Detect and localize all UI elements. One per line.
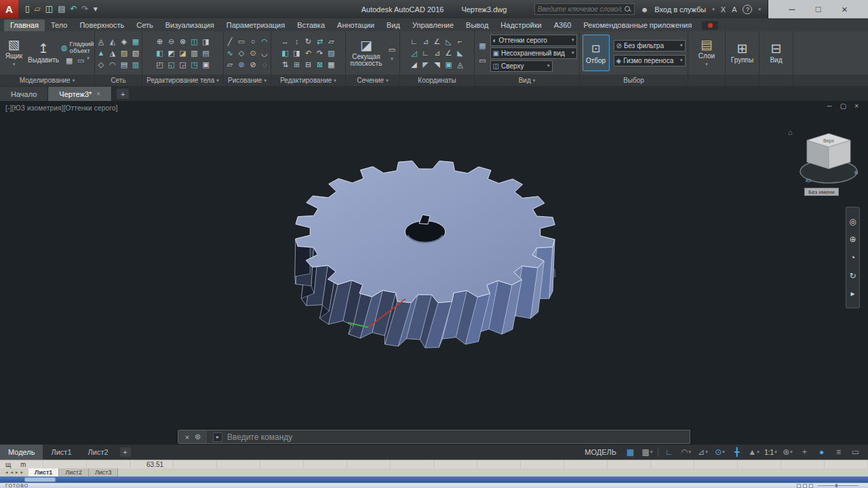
tool-icon[interactable]: ▥ xyxy=(189,48,200,58)
tool-icon[interactable]: ◢ xyxy=(409,60,420,70)
zoom-slider[interactable] xyxy=(818,485,859,486)
tool-icon[interactable]: ◬ xyxy=(96,37,106,47)
tool-icon[interactable]: ⌐ xyxy=(455,37,466,47)
panel-label-coordinates[interactable]: Координаты xyxy=(400,75,474,86)
tool-icon[interactable]: ⊞ xyxy=(292,60,302,70)
tool-icon[interactable]: ∠ xyxy=(432,37,443,47)
close-tab-icon[interactable]: × xyxy=(96,90,100,98)
tool-icon[interactable]: ◌ xyxy=(259,60,270,70)
tool-icon[interactable]: ▣ xyxy=(201,60,212,70)
viewport-close-icon[interactable]: × xyxy=(854,102,859,110)
a360-icon[interactable]: A xyxy=(732,5,736,14)
scrollbar-thumb[interactable] xyxy=(24,477,56,482)
ribbon-tab[interactable]: Управление xyxy=(406,20,460,31)
ribbon-tab[interactable]: A360 xyxy=(548,20,578,31)
plan-view-dropdown[interactable]: ◫ Сверху ▾ xyxy=(490,60,553,72)
tool-icon[interactable]: ◩ xyxy=(166,48,177,58)
help-icon[interactable]: ? xyxy=(743,5,752,14)
ribbon-tab[interactable]: Аннотации xyxy=(331,20,380,31)
signin-caret-icon[interactable]: ▾ xyxy=(712,7,715,12)
tool-icon[interactable]: ∠ xyxy=(443,48,454,58)
pan-icon[interactable]: ⊕ xyxy=(849,235,856,243)
tool-icon[interactable]: ⊖ xyxy=(166,37,177,47)
plot-icon[interactable]: ▤ xyxy=(58,0,65,18)
tool-icon[interactable]: ⊗ xyxy=(178,37,189,47)
ribbon-tab[interactable]: Сеть xyxy=(130,20,159,31)
model-space-toggle[interactable]: МОДЕЛЬ xyxy=(585,448,616,456)
ribbon-tab[interactable]: Тело xyxy=(45,20,74,31)
tool-icon[interactable]: ◮ xyxy=(107,48,118,58)
tool-icon[interactable]: ◲ xyxy=(178,60,189,70)
tool-icon[interactable]: ◧ xyxy=(155,48,165,58)
section-tool-icon[interactable]: ▭ xyxy=(387,45,397,55)
tool-icon[interactable]: ◿ xyxy=(409,48,420,58)
tool-icon[interactable]: ▣ xyxy=(443,60,454,70)
tool-icon[interactable]: ↶ xyxy=(303,48,314,58)
selection-cycling-button[interactable]: ⊡ Отбор xyxy=(583,35,610,71)
object-snap-icon[interactable]: ⊙▾ xyxy=(712,446,728,458)
groups-button[interactable]: ⊞ Группы xyxy=(731,42,753,64)
ribbon-tab[interactable]: Вид xyxy=(380,20,406,31)
isodraft-icon[interactable]: ⊿▾ xyxy=(695,446,711,458)
tool-icon[interactable]: ◱ xyxy=(166,60,177,70)
tool-icon[interactable]: ▤ xyxy=(119,60,130,70)
tool-icon[interactable]: ▲ xyxy=(96,48,106,58)
command-input[interactable] xyxy=(227,432,685,442)
annotation-scale-control[interactable]: 1:1▾ xyxy=(763,446,778,458)
view-button[interactable] xyxy=(809,484,813,488)
sheet-nav-icon[interactable]: ◂ xyxy=(5,470,8,475)
workspace-icon[interactable]: ⊛▾ xyxy=(780,446,795,458)
tool-icon[interactable]: ⊟ xyxy=(303,60,314,70)
viewport-minimize-icon[interactable]: ─ xyxy=(827,102,832,110)
named-view-dropdown[interactable]: ▣ Несохраненный вид ▾ xyxy=(490,47,577,59)
tool-icon[interactable]: ⇅ xyxy=(280,60,291,70)
polar-tracking-icon[interactable]: ◠▾ xyxy=(678,446,694,458)
viewport-tool-icon[interactable]: ▦ xyxy=(477,41,488,51)
smooth-object-button[interactable]: ◍ Гладкий объект xyxy=(61,41,92,54)
tool-icon[interactable]: ▭ xyxy=(236,37,247,47)
sheet-nav-icon[interactable]: ▸ xyxy=(16,470,18,475)
annotation-visibility-icon[interactable]: ▲▾ xyxy=(746,446,762,458)
undo-icon[interactable]: ↶ xyxy=(71,0,77,18)
tool-caret-icon[interactable]: ▾ xyxy=(87,56,90,66)
tool-icon[interactable]: ▤ xyxy=(201,48,212,58)
ribbon-tab[interactable]: Визуализация xyxy=(159,20,220,31)
tool-icon[interactable]: ◬ xyxy=(455,60,466,70)
ribbon-tab[interactable]: Рекомендованные приложения xyxy=(577,20,698,31)
sheet-tab[interactable]: Лист1 xyxy=(28,468,59,476)
maximize-button[interactable]: □ xyxy=(816,4,821,14)
sheet-tab[interactable]: Лист2 xyxy=(59,468,89,476)
clean-screen-icon[interactable]: ▭ xyxy=(848,446,863,458)
customize-icon[interactable]: ⊚ xyxy=(195,432,201,441)
selection-filter-dropdown[interactable]: ⊘ Без фильтра ▾ xyxy=(614,40,686,52)
mesh-tool-icon[interactable]: ▦ xyxy=(64,56,75,66)
layers-button[interactable]: ▤ Слои ▾ xyxy=(698,38,715,68)
tool-icon[interactable]: ◈ xyxy=(119,37,130,47)
tool-icon[interactable]: ◥ xyxy=(432,60,443,70)
command-prompt-icon[interactable]: ▸ xyxy=(213,432,222,442)
save-file-icon[interactable]: ◫ xyxy=(45,0,53,18)
panel-label-modeling[interactable]: Моделирование▾ xyxy=(0,75,94,86)
panel-label-solid-editing[interactable]: Редактирование тела▾ xyxy=(142,75,223,86)
tool-icon[interactable]: ⊚ xyxy=(236,60,247,70)
sheet-nav-icon[interactable]: ▸ xyxy=(21,470,24,475)
tool-icon[interactable]: ⊘ xyxy=(248,60,258,70)
box-button[interactable]: ▧ Ящик ▾ xyxy=(2,38,26,68)
search-icon[interactable] xyxy=(625,6,631,13)
tool-icon[interactable]: ∟ xyxy=(420,48,431,58)
snap-icon[interactable]: ▩▾ xyxy=(639,446,655,458)
tool-icon[interactable]: ◨ xyxy=(292,48,302,58)
qat-menu-icon[interactable]: ▾ xyxy=(94,0,98,18)
app-logo[interactable]: A xyxy=(0,0,18,18)
panel-label-mesh[interactable]: Сеть xyxy=(95,75,142,86)
tool-icon[interactable]: ◤ xyxy=(420,60,431,70)
showmotion-icon[interactable]: ▸ xyxy=(850,289,854,298)
tool-icon[interactable]: ▱ xyxy=(224,60,235,70)
panel-label-selection[interactable]: Выбор xyxy=(580,75,688,86)
viewport-controls-label[interactable]: [-][ЮЗ изометрия][Оттенки серого] xyxy=(5,104,118,112)
file-tab-drawing3[interactable]: Чертеж3* × xyxy=(48,87,112,101)
new-drawing-tab-button[interactable]: + xyxy=(117,89,129,99)
tool-icon[interactable]: ▨ xyxy=(119,48,130,58)
tool-icon[interactable]: ◇ xyxy=(236,48,247,58)
tool-icon[interactable]: ◳ xyxy=(189,60,200,70)
